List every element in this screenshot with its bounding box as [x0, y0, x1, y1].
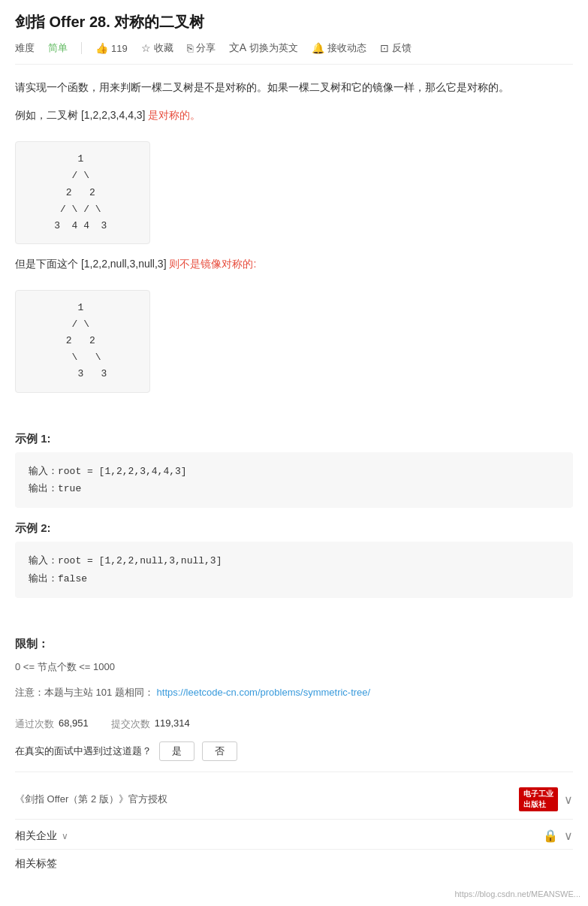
feedback-label: 反馈 [392, 41, 412, 55]
related-tags-row: 相关标签 [15, 850, 573, 878]
tree1-line1: 1 [31, 151, 134, 168]
pass-value: 68,951 [59, 717, 89, 731]
example1-title: 示例 1: [15, 432, 573, 446]
example2-title: 示例 2: [15, 521, 573, 536]
tree1-line5: 3 4 4 3 [31, 218, 134, 234]
submit-value: 119,314 [155, 717, 190, 731]
example1-input: 输入：root = [1,2,2,3,4,4,3] [29, 463, 559, 480]
toolbar-divider-1 [81, 42, 82, 54]
limit-title: 限制： [15, 637, 573, 651]
limit-section: 限制： 0 <= 节点个数 <= 1000 [15, 637, 573, 677]
not-symmetric-text: 但是下面这个 [1,2,2,null,3,null,3] 则不是镜像对称的: [15, 255, 573, 273]
tree1-line2: / \ [31, 168, 134, 184]
interview-yes-button[interactable]: 是 [159, 741, 194, 761]
like-icon: 👍 [95, 42, 108, 54]
share-icon: ⎘ [187, 42, 193, 54]
pass-stat: 通过次数 68,951 [15, 717, 89, 731]
related-companies-label: 相关企业 [15, 829, 57, 843]
translate-label: 切换为英文 [249, 41, 298, 55]
tree1-line4: / \ / \ [31, 201, 134, 218]
stats-row: 通过次数 68,951 提交次数 119,314 [15, 711, 573, 731]
book-logo: 电子工业出版社 ∨ [519, 787, 573, 811]
related-companies-row: 相关企业 ∨ 🔒 ∨ [15, 820, 573, 850]
difficulty-value: 简单 [48, 41, 68, 55]
interview-question: 在真实的面试中遇到过这道题？ [15, 744, 152, 758]
note-link[interactable]: https://leetcode-cn.com/problems/symmetr… [157, 687, 371, 698]
translate-button[interactable]: 文A 切换为英文 [229, 41, 298, 55]
book-section: 《剑指 Offer（第 2 版）》官方授权 电子工业出版社 ∨ [15, 787, 573, 820]
star-icon: ☆ [141, 42, 151, 54]
tree-diagram-2: 1 / \ 2 2 \ \ 3 3 [15, 290, 150, 392]
description-example-intro: 例如，二叉树 [1,2,2,3,4,4,3] 是对称的。 [15, 106, 573, 125]
share-button[interactable]: ⎘ 分享 [187, 41, 216, 55]
tree-diagram-1: 1 / \ 2 2 / \ / \ 3 4 4 3 [15, 141, 150, 243]
description-main: 请实现一个函数，用来判断一棵二叉树是不是对称的。如果一棵二叉树和它的镜像一样，那… [15, 78, 573, 97]
example1-block: 输入：root = [1,2,2,3,4,4,3] 输出：true [15, 452, 573, 509]
related-companies-chevron[interactable]: ∨ [564, 829, 573, 843]
submit-stat: 提交次数 119,314 [111, 717, 190, 731]
tree2-line5: 3 3 [31, 366, 134, 382]
separator-1 [15, 772, 573, 772]
interview-no-button[interactable]: 否 [202, 741, 237, 761]
tree1-line3: 2 2 [31, 185, 134, 201]
notify-label: 接收动态 [327, 41, 366, 55]
tree2-line2: / \ [31, 316, 134, 333]
book-logo-box: 电子工业出版社 [519, 787, 558, 811]
share-label: 分享 [196, 41, 216, 55]
example2-output: 输出：false [29, 570, 559, 587]
book-logo-text: 电子工业出版社 [523, 790, 553, 808]
related-tags-label: 相关标签 [15, 857, 57, 869]
interview-row: 在真实的面试中遇到过这道题？ 是 否 [15, 741, 573, 761]
difficulty-label: 难度 [15, 41, 35, 55]
example-intro-text: 例如，二叉树 [1,2,2,3,4,4,3] [15, 109, 148, 121]
toolbar: 难度 简单 👍 119 ☆ 收藏 ⎘ 分享 文A 切换为英文 🔔 接收动态 ⊡ … [15, 41, 573, 65]
not-symmetric-highlight: 则不是镜像对称的: [169, 258, 256, 270]
tree2-line4: \ \ [31, 349, 134, 366]
translate-icon: 文A [229, 41, 246, 55]
title-row: 剑指 Offer 28. 对称的二叉树 [15, 12, 573, 32]
lock-icon: 🔒 [543, 829, 558, 843]
feedback-button[interactable]: ⊡ 反馈 [380, 41, 412, 55]
not-symmetric-prefix: 但是下面这个 [1,2,2,null,3,null,3] [15, 258, 169, 270]
example2-input: 输入：root = [1,2,2,null,3,null,3] [29, 552, 559, 569]
submit-label: 提交次数 [111, 717, 150, 731]
collect-button[interactable]: ☆ 收藏 [141, 41, 173, 55]
like-count: 119 [111, 43, 128, 54]
watermark: https://blog.csdn.net/MEANSWE... [454, 889, 580, 898]
bell-icon: 🔔 [312, 42, 324, 54]
limit-content: 0 <= 节点个数 <= 1000 [15, 657, 573, 677]
feedback-icon: ⊡ [380, 42, 389, 54]
book-expand-icon[interactable]: ∨ [564, 793, 573, 807]
note-section: 注意：本题与主站 101 题相同： https://leetcode-cn.co… [15, 683, 573, 702]
tree2-line3: 2 2 [31, 333, 134, 349]
related-companies-expand-icon[interactable]: ∨ [62, 831, 68, 841]
problem-title: 剑指 Offer 28. 对称的二叉树 [15, 12, 204, 32]
description-text: 请实现一个函数，用来判断一棵二叉树是不是对称的。如果一棵二叉树和它的镜像一样，那… [15, 78, 573, 97]
example2-block: 输入：root = [1,2,2,null,3,null,3] 输出：false [15, 542, 573, 598]
pass-label: 通过次数 [15, 717, 54, 731]
book-label: 《剑指 Offer（第 2 版）》官方授权 [15, 793, 167, 806]
example1-output: 输出：true [29, 480, 559, 497]
note-prefix: 注意：本题与主站 101 题相同： [15, 687, 154, 698]
like-button[interactable]: 👍 119 [95, 42, 128, 54]
notify-button[interactable]: 🔔 接收动态 [312, 41, 366, 55]
tree2-line1: 1 [31, 300, 134, 316]
collect-label: 收藏 [154, 41, 173, 55]
example-intro-highlight: 是对称的。 [148, 109, 201, 121]
